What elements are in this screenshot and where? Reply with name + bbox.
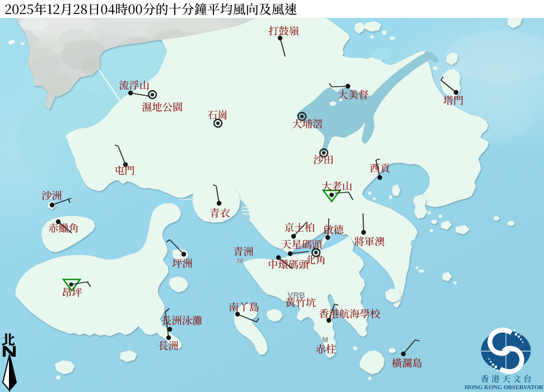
svg-text:HONG KONG OBSERVATORY: HONG KONG OBSERVATORY bbox=[464, 384, 544, 390]
svg-text:VRB: VRB bbox=[287, 290, 305, 300]
svg-text:M: M bbox=[322, 335, 328, 344]
svg-text:M: M bbox=[237, 256, 243, 265]
